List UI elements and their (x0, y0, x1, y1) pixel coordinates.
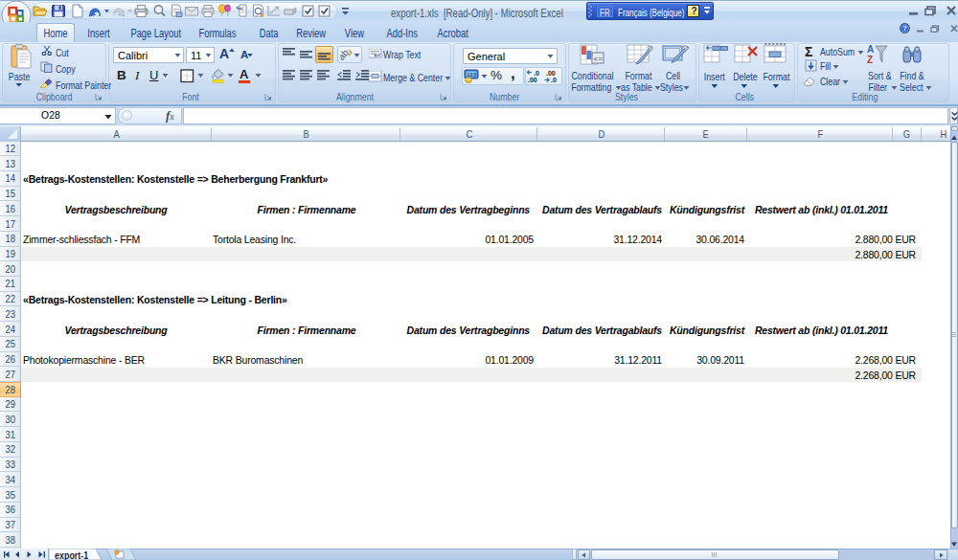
svg-text:A: A (867, 44, 874, 55)
svg-text:Z: Z (867, 55, 873, 65)
svg-text:?: ? (902, 24, 907, 33)
svg-text:<=: <= (594, 55, 604, 63)
svg-text:123: 123 (467, 72, 477, 78)
